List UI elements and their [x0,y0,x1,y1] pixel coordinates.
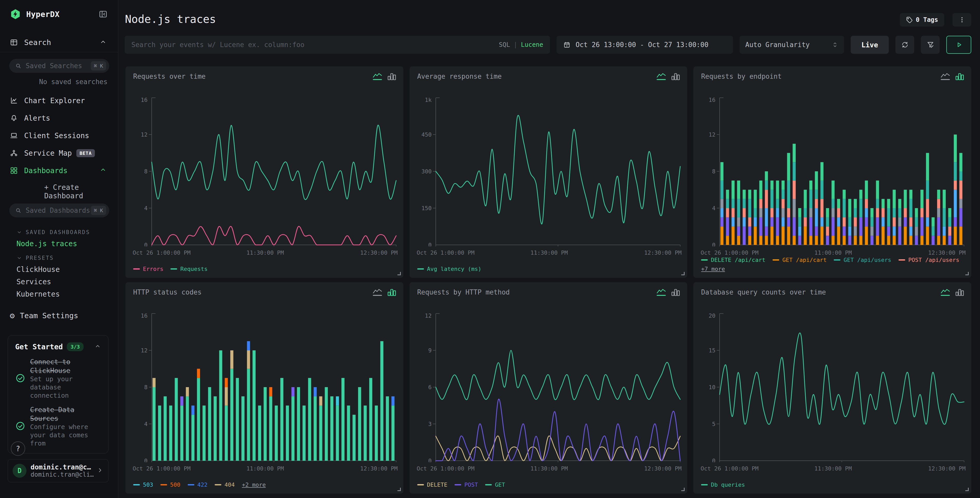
legend-item[interactable]: 500 [161,482,180,488]
legend-item[interactable]: Errors [133,266,163,272]
sidebar-item-client-sessions[interactable]: Client Sessions [0,127,118,144]
live-button[interactable]: Live [851,36,889,54]
legend-item[interactable]: POST /api/users [899,257,959,263]
dashboard-controls: SQL | Lucene Oct 26 13:00:00 - Oct 27 13… [125,36,971,54]
legend-item[interactable]: 404 [215,482,235,488]
more-options-button[interactable] [953,13,971,27]
dashboard-link-services[interactable]: Services [0,276,118,288]
date-range-picker[interactable]: Oct 26 13:00:00 - Oct 27 13:00:00 [557,36,733,54]
brand-name: HyperDX [26,10,60,19]
help-button[interactable]: ? [11,441,25,456]
sidebar-item-search[interactable]: Search [0,33,118,52]
saved-searches-field[interactable] [26,62,91,70]
legend-item[interactable]: 503 [133,482,153,488]
chevron-up-icon[interactable] [94,343,101,351]
tags-button[interactable]: 0 Tags [900,13,944,27]
resize-handle[interactable] [398,488,401,491]
line-chart-icon[interactable] [372,73,382,81]
legend-item[interactable]: Db queries [701,482,745,488]
resize-handle[interactable] [398,272,401,275]
saved-searches-input[interactable]: ⌘ K [9,59,109,73]
legend-item[interactable]: POST [455,482,478,488]
legend-item[interactable]: DELETE [417,482,447,488]
sidebar-item-team-settings[interactable]: ⚙ Team Settings [0,310,118,322]
filter-button[interactable] [921,36,940,54]
sidebar-item-chart-explorer[interactable]: Chart Explorer [0,92,118,109]
get-started-item-desc: Configure where your data comes from [30,423,101,448]
sidebar-collapse-button[interactable] [99,10,108,19]
resize-handle[interactable] [681,272,685,275]
bar-chart-icon[interactable] [387,73,397,81]
saved-dashboards-input[interactable]: ⌘ K [9,203,109,217]
dashboard-link-node-js-traces[interactable]: Node.js traces [0,238,118,250]
run-query-button[interactable] [946,36,971,54]
legend-item[interactable]: GET /api/cart [773,257,827,263]
lucene-toggle[interactable]: Lucene [521,41,543,48]
sidebar-item-alerts[interactable]: Alerts [0,109,118,127]
line-chart-icon[interactable] [940,73,950,81]
sql-toggle[interactable]: SQL [499,41,510,48]
chart-plot[interactable]: 1612840 [133,307,398,462]
svg-text:8: 8 [712,168,716,175]
line-chart-icon[interactable] [372,288,382,297]
bar-chart-icon[interactable] [955,73,964,81]
legend-item[interactable]: 422 [188,482,208,488]
search-icon [15,62,22,69]
line-chart-icon[interactable] [656,73,666,81]
user-email: dominic.tran@cli… [30,471,96,478]
user-account-card[interactable]: D dominic.tran@c… dominic.tran@cli… [8,459,108,482]
legend-item[interactable]: DELETE /api/cart [701,257,765,263]
chart-plot[interactable]: 1k4503001500 [417,91,682,246]
saved-dashboards-field[interactable] [26,207,91,214]
query-language-toggle[interactable]: SQL | Lucene [499,41,543,48]
line-chart-icon[interactable] [940,288,950,297]
check-circle-icon [15,421,27,432]
sidebar-item-label: Search [24,38,51,47]
resize-handle[interactable] [965,272,969,275]
chart-plot[interactable]: 129630 [417,307,682,462]
bar-chart-icon[interactable] [955,288,964,297]
saved-dashboards-section[interactable]: SAVED DASHBOARDS [0,227,118,238]
svg-text:16: 16 [709,97,716,103]
dashboard-link-clickhouse[interactable]: ClickHouse [0,263,118,276]
chart-plot[interactable]: 20151050 [700,307,966,462]
search-page-icon [10,38,18,46]
resize-handle[interactable] [965,488,969,491]
legend-item[interactable]: Avg latency (ms) [417,266,482,272]
event-search-bar[interactable]: SQL | Lucene [125,36,550,54]
bar-chart-icon[interactable] [671,73,681,81]
legend-more-link[interactable]: +7 more [701,266,725,272]
chart-plot[interactable]: 1612840 [133,91,398,246]
resize-handle[interactable] [681,488,685,491]
chart-legend: DELETE /api/cartGET /api/cartGET /api/us… [701,257,965,272]
legend-item[interactable]: GET [485,482,505,488]
presets-section[interactable]: PRESETS [0,253,118,263]
legend-more-link[interactable]: +2 more [242,482,266,488]
line-chart-icon[interactable] [656,288,666,297]
get-started-item[interactable]: Create Data SourcesConfigure where your … [15,405,101,448]
event-search-input[interactable] [131,41,499,49]
sidebar-item-dashboards[interactable]: Dashboards [0,162,118,179]
chart-plot[interactable]: 1612840 [700,91,966,246]
sidebar-item-service-map[interactable]: Service MapBETA [0,144,118,162]
create-dashboard-button[interactable]: + Create Dashboard [0,187,118,197]
main-content: Node.js traces 0 Tags SQL | Lucene Oct 2… [118,0,980,498]
legend-item[interactable]: Requests [170,266,207,272]
chevron-up-icon[interactable] [100,166,107,175]
chart-legend: Db queries [701,482,965,488]
refresh-button[interactable] [896,36,914,54]
svg-text:4: 4 [144,205,148,211]
x-axis-label: 11:00:00 PM [246,465,284,472]
granularity-select[interactable]: Auto Granularity [740,36,844,54]
chart-legend: ErrorsRequests [133,266,397,272]
get-started-item[interactable]: Connect to ClickHouseSet up your databas… [15,358,101,400]
legend-item[interactable]: GET /api/users [834,257,891,263]
bar-chart-icon[interactable] [671,288,681,297]
select-chevrons-icon [832,41,838,49]
svg-text:0: 0 [712,458,716,462]
get-started-progress-badge: 3/3 [67,342,83,351]
dashboard-link-kubernetes[interactable]: Kubernetes [0,288,118,300]
bar-chart-icon[interactable] [387,288,397,297]
chevron-up-icon[interactable] [100,38,107,46]
panel-collapse-icon [99,10,108,19]
